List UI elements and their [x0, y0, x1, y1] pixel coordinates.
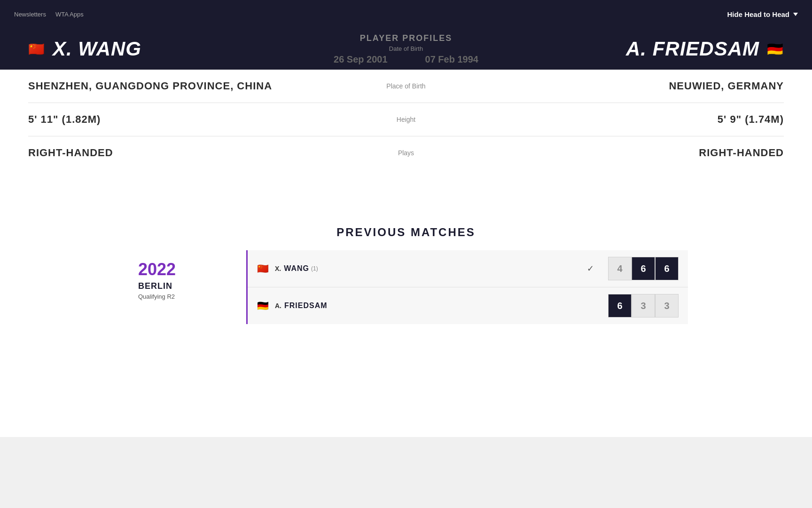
stat-plays-left: RIGHT-HANDED: [28, 147, 359, 159]
player-header: 🇨🇳 X. WANG PLAYER PROFILES Date of Birth…: [0, 28, 812, 70]
match-player2-flag: 🇩🇪: [257, 301, 270, 310]
match-player1-flag: 🇨🇳: [257, 264, 270, 273]
match-city: BERLIN: [138, 281, 232, 291]
match-player1-name: WANG: [284, 264, 309, 273]
match-year: 2022: [138, 260, 232, 279]
score-box: 6: [632, 257, 655, 280]
dob-label: Date of Birth: [334, 45, 478, 52]
match-player2-scores: 6 3 3: [608, 294, 679, 318]
previous-matches-section: PREVIOUS MATCHES 2022 BERLIN Qualifying …: [0, 207, 812, 343]
player1-flag: 🇨🇳: [28, 43, 45, 55]
player1-dob: 26 Sep 2001: [334, 54, 388, 65]
match-player1-seed: (1): [311, 265, 318, 272]
match-players: 🇨🇳 X. WANG (1) ✓ 4 6 6 🇩🇪 A. FRIEDSAM ✓: [246, 250, 688, 324]
stat-birth-left: SHENZHEN, GUANGDONG PROVINCE, CHINA: [28, 80, 359, 92]
match-player2-row: 🇩🇪 A. FRIEDSAM ✓ 6 3 3: [248, 287, 688, 324]
stat-height-left: 5' 11" (1.82M): [28, 113, 359, 126]
stat-height-center: Height: [359, 116, 453, 123]
stats-section: SHENZHEN, GUANGDONG PROVINCE, CHINA Plac…: [0, 70, 812, 169]
player-center-info: PLAYER PROFILES Date of Birth 26 Sep 200…: [334, 33, 478, 65]
stat-row-height: 5' 11" (1.82M) Height 5' 9" (1.74M): [28, 103, 784, 136]
bottom-spacer: [0, 343, 812, 437]
stat-birth-right: NEUWIED, GERMANY: [453, 80, 784, 92]
score-box: 4: [608, 257, 632, 280]
score-box: 6: [608, 294, 632, 318]
stat-height-right: 5' 9" (1.74M): [453, 113, 784, 126]
top-bar-left: Newsletters WTA Apps: [14, 11, 84, 18]
hide-h2h-button[interactable]: Hide Head to Head: [727, 10, 798, 18]
stat-row-birth: SHENZHEN, GUANGDONG PROVINCE, CHINA Plac…: [28, 70, 784, 103]
wta-apps-link[interactable]: WTA Apps: [55, 11, 84, 18]
match-year-info: 2022 BERLIN Qualifying R2: [124, 250, 246, 324]
match-player2-name: FRIEDSAM: [284, 302, 328, 310]
score-box: 3: [632, 294, 655, 318]
player1-info: 🇨🇳 X. WANG: [28, 38, 141, 60]
match-round: Qualifying R2: [138, 293, 232, 300]
match-player2-initial: A.: [275, 302, 281, 310]
previous-matches-title: PREVIOUS MATCHES: [28, 226, 784, 239]
stat-plays-center: Plays: [359, 149, 453, 157]
player2-dob: 07 Feb 1994: [425, 54, 478, 65]
player2-name: A. FRIEDSAM: [626, 38, 759, 60]
spacer: [0, 169, 812, 207]
stat-row-plays: RIGHT-HANDED Plays RIGHT-HANDED: [28, 136, 784, 169]
score-box: 6: [655, 257, 679, 280]
hide-h2h-label: Hide Head to Head: [727, 10, 789, 18]
stat-plays-right: RIGHT-HANDED: [453, 147, 784, 159]
newsletters-link[interactable]: Newsletters: [14, 11, 46, 18]
match-player1-scores: 4 6 6: [608, 257, 679, 280]
stat-birth-center: Place of Birth: [359, 82, 453, 90]
score-box: 3: [655, 294, 679, 318]
match-player1-initial: X.: [275, 265, 281, 272]
top-bar: Newsletters WTA Apps Hide Head to Head: [0, 0, 812, 28]
player2-info: 🇩🇪 A. FRIEDSAM: [626, 38, 784, 60]
match-row: 2022 BERLIN Qualifying R2 🇨🇳 X. WANG (1)…: [124, 250, 688, 324]
bottom-area: [0, 437, 812, 508]
match-winner-check: ✓: [587, 263, 594, 274]
player2-flag: 🇩🇪: [767, 43, 784, 55]
player1-name: X. WANG: [53, 38, 141, 60]
match-player1-row: 🇨🇳 X. WANG (1) ✓ 4 6 6: [248, 250, 688, 287]
profiles-title: PLAYER PROFILES: [334, 33, 478, 43]
chevron-down-icon: [793, 13, 798, 16]
